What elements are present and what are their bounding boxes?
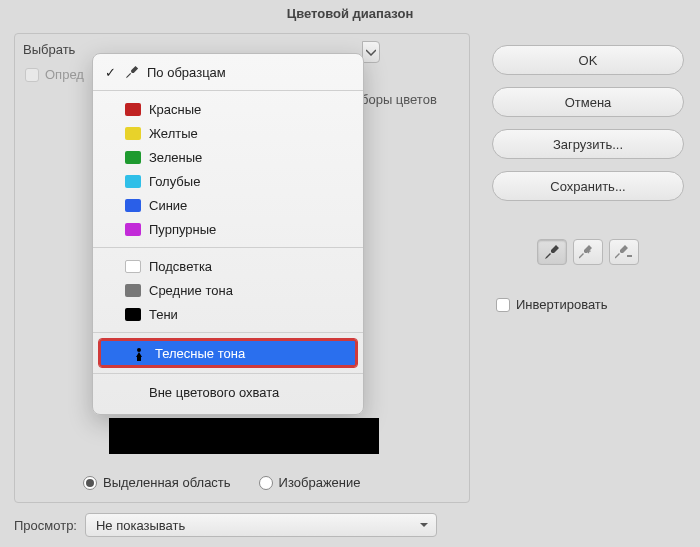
person-icon bbox=[133, 347, 147, 360]
menu-item-label: По образцам bbox=[147, 65, 226, 80]
eyedropper-tools bbox=[492, 239, 684, 265]
partial-text: боры цветов bbox=[361, 92, 437, 107]
select-dropdown-menu: ✓ По образцам Красные Желтые Зеленые Гол… bbox=[92, 53, 364, 415]
cancel-button[interactable]: Отмена bbox=[492, 87, 684, 117]
swatch-icon bbox=[125, 284, 141, 297]
preview-row: Просмотр: Не показывать bbox=[14, 513, 437, 537]
menu-item-out-of-gamut[interactable]: Вне цветового охвата bbox=[93, 380, 363, 404]
menu-item-magentas[interactable]: Пурпурные bbox=[93, 217, 363, 241]
swatch-icon bbox=[125, 308, 141, 321]
save-button[interactable]: Сохранить... bbox=[492, 171, 684, 201]
swatch-icon bbox=[125, 260, 141, 273]
eyedropper-plus-icon bbox=[579, 244, 597, 260]
svg-point-0 bbox=[137, 348, 141, 352]
menu-item-blues[interactable]: Синие bbox=[93, 193, 363, 217]
menu-separator bbox=[93, 373, 363, 374]
menu-item-label: Вне цветового охвата bbox=[149, 385, 279, 400]
menu-item-highlights[interactable]: Подсветка bbox=[93, 254, 363, 278]
menu-item-label: Зеленые bbox=[149, 150, 202, 165]
menu-item-label: Красные bbox=[149, 102, 201, 117]
checkbox-icon bbox=[496, 298, 510, 312]
menu-separator bbox=[93, 247, 363, 248]
eyedropper-minus-button[interactable] bbox=[609, 239, 639, 265]
select-label: Выбрать bbox=[23, 42, 75, 57]
menu-item-label: Телесные тона bbox=[155, 346, 245, 361]
radio-image-label: Изображение bbox=[279, 475, 361, 490]
eyedropper-minus-icon bbox=[615, 244, 633, 260]
swatch-icon bbox=[125, 199, 141, 212]
preview-select[interactable]: Не показывать bbox=[85, 513, 437, 537]
menu-item-shadows[interactable]: Тени bbox=[93, 302, 363, 326]
menu-separator bbox=[93, 332, 363, 333]
radio-selection-label: Выделенная область bbox=[103, 475, 231, 490]
menu-item-label: Тени bbox=[149, 307, 178, 322]
menu-item-greens[interactable]: Зеленые bbox=[93, 145, 363, 169]
menu-item-yellows[interactable]: Желтые bbox=[93, 121, 363, 145]
ok-button[interactable]: OK bbox=[492, 45, 684, 75]
radio-image[interactable]: Изображение bbox=[259, 475, 361, 490]
preview-select-value: Не показывать bbox=[96, 518, 185, 533]
dialog-body: Выбрать Опред боры цветов Выделенная обл… bbox=[0, 27, 700, 522]
radio-icon bbox=[259, 476, 273, 490]
swatch-icon bbox=[125, 223, 141, 236]
load-button[interactable]: Загрузить... bbox=[492, 129, 684, 159]
invert-label: Инвертировать bbox=[516, 297, 608, 312]
swatch-icon bbox=[125, 151, 141, 164]
menu-item-cyans[interactable]: Голубые bbox=[93, 169, 363, 193]
eyedropper-plus-button[interactable] bbox=[573, 239, 603, 265]
check-icon: ✓ bbox=[103, 65, 117, 80]
right-panel: OK Отмена Загрузить... Сохранить... Инве… bbox=[492, 45, 684, 312]
dialog-title: Цветовой диапазон bbox=[0, 0, 700, 27]
radio-icon bbox=[83, 476, 97, 490]
menu-item-sampled-colors[interactable]: ✓ По образцам bbox=[93, 60, 363, 84]
radio-selection[interactable]: Выделенная область bbox=[83, 475, 231, 490]
swatch-icon bbox=[125, 127, 141, 140]
menu-item-label: Средние тона bbox=[149, 283, 233, 298]
checkbox-icon bbox=[25, 68, 39, 82]
menu-item-label: Желтые bbox=[149, 126, 198, 141]
menu-separator bbox=[93, 90, 363, 91]
detect-faces-label: Опред bbox=[45, 67, 84, 82]
menu-item-label: Подсветка bbox=[149, 259, 212, 274]
eyedropper-icon bbox=[125, 65, 139, 79]
menu-item-label: Пурпурные bbox=[149, 222, 216, 237]
invert-checkbox[interactable]: Инвертировать bbox=[496, 297, 684, 312]
preview-label: Просмотр: bbox=[14, 518, 77, 533]
swatch-icon bbox=[125, 103, 141, 116]
menu-item-reds[interactable]: Красные bbox=[93, 97, 363, 121]
eyedropper-button[interactable] bbox=[537, 239, 567, 265]
eyedropper-icon bbox=[544, 244, 560, 260]
menu-item-label: Голубые bbox=[149, 174, 200, 189]
svg-rect-1 bbox=[627, 255, 632, 257]
menu-item-skin-tones[interactable]: Телесные тона bbox=[99, 339, 357, 367]
select-dropdown-caret[interactable] bbox=[362, 41, 380, 63]
swatch-icon bbox=[125, 175, 141, 188]
menu-item-midtones[interactable]: Средние тона bbox=[93, 278, 363, 302]
menu-item-label: Синие bbox=[149, 198, 187, 213]
preview-area bbox=[109, 418, 379, 454]
